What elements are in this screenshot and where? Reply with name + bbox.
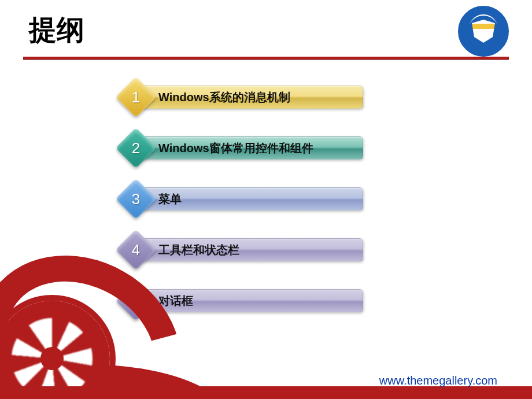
outline-item-2: 2 Windows窗体常用控件和组件 <box>121 134 532 162</box>
item-label: Windows系统的消息机制 <box>158 90 290 105</box>
slide-header: 提纲 <box>0 0 532 49</box>
item-label: 工具栏和状态栏 <box>158 242 239 258</box>
logo-emblem <box>468 16 499 47</box>
page-title: 提纲 <box>29 12 503 49</box>
footer-url: www.themegallery.com <box>379 374 497 387</box>
footer-bar <box>0 386 532 399</box>
item-number: 3 <box>121 184 150 213</box>
item-label: Windows窗体常用控件和组件 <box>158 141 313 156</box>
item-number: 1 <box>121 83 150 112</box>
outline-item-1: 1 Windows系统的消息机制 <box>121 83 532 112</box>
outline-item-3: 3 菜单 <box>121 184 532 213</box>
university-logo <box>458 6 509 57</box>
decorative-corner <box>0 260 185 399</box>
shield-icon <box>472 20 495 43</box>
item-label: 菜单 <box>158 191 182 207</box>
item-number: 2 <box>121 134 150 162</box>
